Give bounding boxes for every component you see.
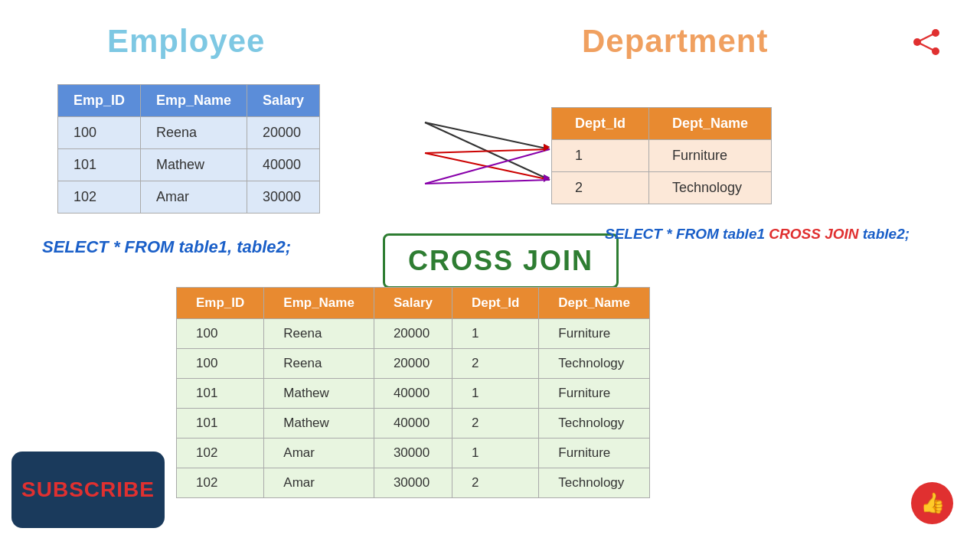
table-row: 101 Mathew 40000	[58, 149, 320, 181]
svg-line-4	[917, 42, 936, 51]
result-emp-name-header: Emp_Name	[264, 288, 374, 319]
svg-marker-13	[544, 144, 550, 152]
result-emp-id-header: Emp_ID	[177, 288, 264, 319]
table-row: 2 Technology	[552, 172, 772, 204]
table-row: 100 Reena 20000	[58, 117, 320, 149]
result-table: Emp_ID Emp_Name Salary Dept_Id Dept_Name…	[176, 287, 650, 498]
result-salary-header: Salary	[374, 288, 452, 319]
department-title: Department	[582, 23, 768, 60]
share-icon[interactable]	[911, 27, 942, 64]
svg-line-10	[425, 180, 550, 184]
table-row: 101Mathew400002Technology	[177, 409, 650, 439]
employee-title: Employee	[107, 23, 265, 60]
sql-query-left: SELECT * FROM table1, table2;	[42, 237, 291, 257]
svg-line-8	[425, 153, 550, 180]
table-row: 102Amar300002Technology	[177, 468, 650, 498]
emp-name-header: Emp_Name	[141, 85, 247, 117]
svg-line-7	[425, 149, 550, 153]
dept-name-header: Dept_Name	[649, 108, 772, 140]
svg-line-3	[917, 33, 936, 42]
cross-join-box: CROSS JOIN	[383, 233, 619, 289]
subscribe-label: SUBSCRIBE	[21, 478, 155, 502]
subscribe-button[interactable]: SUBSCRIBE	[11, 452, 165, 528]
table-row: 100Reena200002Technology	[177, 349, 650, 379]
sql-right-red: CROSS JOIN	[769, 226, 858, 242]
dept-id-header: Dept_Id	[552, 108, 649, 140]
svg-marker-12	[544, 174, 550, 182]
like-icon: 👍	[920, 491, 945, 515]
salary-header: Salary	[247, 85, 320, 117]
sql-right-blue-1: SELECT * FROM table1	[605, 226, 769, 242]
table-row: 100Reena200001Furniture	[177, 319, 650, 349]
svg-line-9	[425, 149, 550, 184]
like-button[interactable]: 👍	[911, 482, 953, 524]
employee-table: Emp_ID Emp_Name Salary 100 Reena 20000 1…	[57, 84, 320, 214]
result-dept-id-header: Dept_Id	[452, 288, 538, 319]
svg-line-5	[425, 122, 550, 149]
emp-id-header: Emp_ID	[58, 85, 141, 117]
table-row: 102 Amar 30000	[58, 181, 320, 214]
sql-query-right: SELECT * FROM table1 CROSS JOIN table2;	[605, 226, 910, 243]
table-row: 1 Furniture	[552, 140, 772, 172]
table-row: 101Mathew400001Furniture	[177, 379, 650, 409]
department-table: Dept_Id Dept_Name 1 Furniture 2 Technolo…	[551, 107, 772, 204]
sql-right-blue-2: table2;	[859, 226, 910, 242]
cross-join-label: CROSS JOIN	[408, 245, 593, 276]
svg-line-6	[425, 122, 550, 180]
svg-marker-14	[544, 174, 550, 182]
result-dept-name-header: Dept_Name	[539, 288, 650, 319]
svg-marker-11	[544, 144, 550, 152]
table-row: 102Amar300001Furniture	[177, 439, 650, 468]
